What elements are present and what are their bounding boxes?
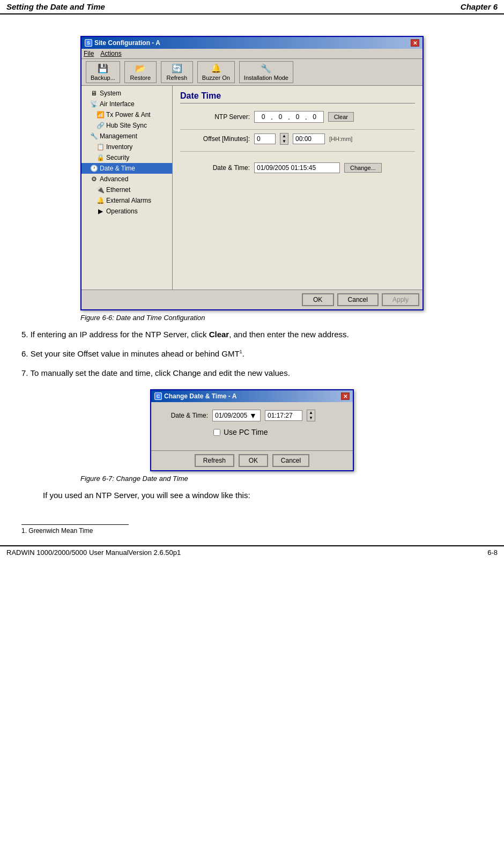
sidebar-label-tx-power: Tx Power & Ant [106, 111, 151, 118]
installation-label: Installation Mode [244, 75, 288, 81]
clear-bold: Clear [209, 330, 229, 339]
change-button[interactable]: Change... [344, 163, 382, 173]
title-bar-left: S Site Configuration - A [85, 39, 160, 47]
refresh-icon: 🔄 [172, 63, 182, 73]
menu-actions[interactable]: Actions [100, 50, 121, 57]
refresh-button[interactable]: 🔄 Refresh [161, 61, 193, 83]
dialog-icon: S [85, 39, 92, 47]
footer-left: RADWIN 1000/2000/5000 User ManualVersion… [6, 548, 181, 557]
system-icon: 🖥 [90, 90, 98, 97]
time-spin-down[interactable]: ▼ [307, 416, 315, 421]
chapter-right-title: Chapter 6 [461, 2, 498, 11]
small-dialog-title-bar: C Change Date & Time - A ✕ [151, 390, 353, 402]
sidebar-item-external-alarms[interactable]: 🔔 External Alarms [81, 195, 172, 206]
site-configuration-dialog: S Site Configuration - A ✕ File Actions … [80, 36, 424, 310]
page-footer: RADWIN 1000/2000/5000 User ManualVersion… [0, 545, 504, 559]
spin-up[interactable]: ▲ [280, 134, 288, 139]
time-spinner[interactable]: ▲ ▼ [307, 410, 315, 421]
buzzer-label: Buzzer On [202, 75, 230, 81]
use-pc-time-label: Use PC Time [224, 428, 268, 436]
page-content: S Site Configuration - A ✕ File Actions … [0, 14, 504, 519]
sidebar-item-air-interface[interactable]: 📡 Air Interface [81, 99, 172, 109]
time-spin-up[interactable]: ▲ [307, 410, 315, 416]
panel-title: Date Time [180, 91, 415, 103]
backup-button[interactable]: 💾 Backup... [86, 61, 120, 83]
date-time-icon: 🕐 [90, 165, 98, 172]
security-icon: 🔒 [97, 154, 104, 161]
dropdown-arrow[interactable]: ▼ [249, 411, 257, 420]
buzzer-icon: 🔔 [211, 63, 221, 73]
inventory-icon: 📋 [97, 143, 104, 151]
small-ok-button[interactable]: OK [239, 454, 268, 467]
after-caption-span: If you used an NTP Server, you will see … [43, 491, 250, 500]
installation-mode-button[interactable]: 🔧 Installation Mode [239, 61, 293, 83]
buzzer-on-button[interactable]: 🔔 Buzzer On [197, 61, 235, 83]
sidebar-item-date-time[interactable]: 🕐 Date & Time [81, 163, 172, 174]
small-date-time-row: Date & Time: 01/09/2005 ▼ ▲ ▼ [160, 410, 344, 421]
ip-octet-2[interactable] [274, 113, 287, 121]
spin-down[interactable]: ▼ [280, 139, 288, 144]
backup-label: Backup... [91, 75, 115, 81]
air-interface-icon: 📡 [90, 100, 98, 108]
sidebar-item-operations[interactable]: ▶ Operations [81, 206, 172, 217]
menu-file[interactable]: File [84, 50, 94, 57]
sidebar-label-advanced: Advanced [100, 175, 128, 183]
time-display[interactable] [293, 134, 325, 144]
menu-bar: File Actions [81, 49, 423, 59]
cancel-button[interactable]: Cancel [337, 293, 379, 306]
ip-octet-1[interactable] [257, 113, 270, 121]
sidebar-item-advanced[interactable]: ⚙ Advanced [81, 174, 172, 184]
date-time-row: Date & Time: Change... [180, 162, 415, 173]
date-value-text: 01/09/2005 [215, 412, 247, 419]
small-close-button[interactable]: ✕ [341, 392, 350, 400]
small-dialog-body: Date & Time: 01/09/2005 ▼ ▲ ▼ Use PC Tim… [151, 402, 353, 450]
sidebar: 🖥 System 📡 Air Interface 📶 Tx Power & An… [81, 86, 173, 290]
apply-button[interactable]: Apply [382, 293, 419, 306]
ip-octet-4[interactable] [308, 113, 321, 121]
chapter-left-title: Setting the Date and Time [6, 2, 105, 11]
after-caption-text: If you used an NTP Server, you will see … [43, 489, 483, 502]
sidebar-item-management[interactable]: 🔧 Management [81, 131, 172, 142]
refresh-label: Refresh [167, 75, 188, 81]
sidebar-label-ethernet: Ethernet [106, 186, 130, 194]
sidebar-label-external-alarms: External Alarms [106, 197, 151, 204]
small-time-input[interactable] [265, 410, 302, 421]
sidebar-item-hub-site[interactable]: 🔗 Hub Site Sync [81, 120, 172, 131]
sidebar-item-security[interactable]: 🔒 Security [81, 152, 172, 163]
sidebar-label-operations: Operations [106, 207, 138, 215]
small-cancel-button[interactable]: Cancel [272, 454, 309, 467]
small-date-input[interactable]: 01/09/2005 ▼ [212, 410, 261, 421]
sidebar-label-hub-site: Hub Site Sync [106, 122, 147, 129]
step-5-number: 5. If entering an IP address for the NTP… [21, 330, 349, 339]
offset-spinner[interactable]: ▲ ▼ [280, 133, 288, 145]
sidebar-label-management: Management [100, 132, 137, 140]
use-pc-time-checkbox[interactable] [213, 429, 220, 436]
sidebar-label-date-time: Date & Time [100, 165, 135, 172]
close-button[interactable]: ✕ [411, 39, 419, 47]
ntp-server-row: NTP Server: . . . Clear [180, 111, 415, 123]
small-date-time-label: Date & Time: [160, 412, 208, 419]
ntp-server-label: NTP Server: [180, 113, 250, 121]
ntp-ip-input[interactable]: . . . [254, 111, 324, 123]
clear-button[interactable]: Clear [328, 112, 354, 122]
sidebar-item-ethernet[interactable]: 🔌 Ethernet [81, 184, 172, 195]
restore-button[interactable]: 📂 Restore [124, 61, 157, 83]
ip-octet-3[interactable] [291, 113, 304, 121]
ok-button[interactable]: OK [302, 293, 334, 306]
small-refresh-button[interactable]: Refresh [195, 454, 234, 467]
sidebar-item-inventory[interactable]: 📋 Inventory [81, 142, 172, 152]
dialog-title-bar: S Site Configuration - A ✕ [81, 37, 423, 49]
use-pc-time-row: Use PC Time [213, 428, 344, 436]
installation-icon: 🔧 [261, 63, 271, 73]
sidebar-item-system[interactable]: 🖥 System [81, 88, 172, 99]
date-time-value[interactable] [254, 162, 340, 173]
sidebar-item-tx-power[interactable]: 📶 Tx Power & Ant [81, 109, 172, 120]
restore-label: Restore [130, 75, 151, 81]
offset-input[interactable] [254, 134, 276, 144]
footer-right: 6-8 [487, 548, 498, 557]
main-panel: Date Time NTP Server: . . . [173, 86, 423, 290]
restore-icon: 📂 [135, 63, 146, 73]
step-7: 7. To manually set the date and time, cl… [21, 367, 483, 380]
change-date-time-dialog: C Change Date & Time - A ✕ Date & Time: … [150, 389, 354, 471]
sidebar-label-security: Security [106, 154, 129, 161]
